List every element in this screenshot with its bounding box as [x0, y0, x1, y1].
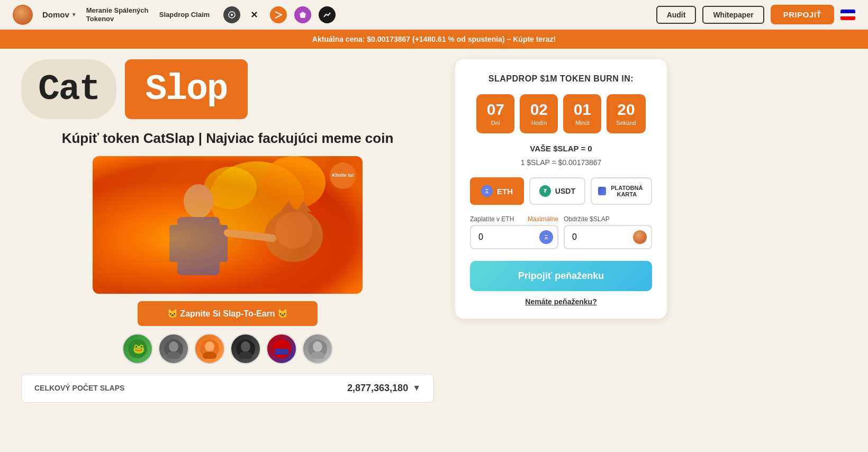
svg-rect-30 — [275, 346, 288, 349]
max-link[interactable]: Maximálne — [528, 215, 558, 223]
right-column: SLAPDROP $1M TOKEN BURN IN: 07 Dní 02 Ho… — [455, 59, 667, 403]
slop-text: Slop — [145, 69, 227, 110]
usdt-tab-label: USDT — [555, 187, 575, 195]
domov-nav[interactable]: Domov ▼ — [42, 10, 77, 19]
avatar-3[interactable] — [194, 333, 225, 364]
hours-label: Hodín — [529, 120, 548, 126]
ticker-text: Aktuálna cena: $0.00173867 (+1480.61 % o… — [312, 35, 556, 43]
eth-icon: Ξ — [481, 185, 493, 197]
card-tab-label: PLATOBNÁ KARTA — [609, 185, 645, 197]
slap-balance: VAŠE $SLAP = 0 — [470, 144, 652, 153]
avatar-5[interactable] — [266, 333, 297, 364]
avatar-6[interactable] — [302, 333, 333, 364]
widget-title: SLAPDROP $1M TOKEN BURN IN: — [470, 74, 652, 84]
zigzag-icon[interactable] — [270, 6, 287, 23]
cat-badge: Cat — [21, 59, 116, 119]
eth-tab[interactable]: Ξ ETH — [470, 177, 524, 205]
receive-slap-icon — [633, 230, 647, 244]
left-column: Cat Slop Kúpiť token CatSlap | Najviac f… — [21, 59, 434, 403]
domov-label: Domov — [42, 10, 69, 19]
pay-eth-icon: Ξ — [539, 230, 553, 244]
slaps-bar: CELKOVÝ POČET SLAPS 2,877,363,180 ▼ — [21, 374, 434, 403]
minutes-label: Minút — [573, 120, 592, 126]
chart-icon[interactable] — [319, 6, 336, 23]
meme-image: Klinite tu! — [93, 156, 363, 294]
chevron-down-icon: ▼ — [71, 12, 77, 17]
kliknite-badge[interactable]: Klinite tu! — [330, 162, 356, 189]
svg-marker-3 — [300, 12, 306, 18]
twitter-x-icon[interactable]: ✕ — [248, 7, 263, 22]
card-tab[interactable]: PLATOBNÁ KARTA — [591, 177, 652, 205]
hero-subtitle: Kúpiť token CatSlap | Najviac fackujúci … — [21, 130, 434, 148]
svg-point-23 — [205, 341, 214, 352]
usdt-tab[interactable]: ₮ USDT — [529, 177, 585, 205]
ticker-banner: Aktuálna cena: $0.00173867 (+1480.61 % o… — [0, 30, 868, 49]
main-content: Cat Slop Kúpiť token CatSlap | Najviac f… — [0, 49, 868, 413]
purchase-widget: SLAPDROP $1M TOKEN BURN IN: 07 Dní 02 Ho… — [455, 59, 667, 319]
pay-input-group: Zaplatíte v ETH Maximálne Ξ — [470, 215, 558, 249]
receive-input-group: Obdržíte $SLAP — [564, 215, 652, 249]
svg-text:🐸: 🐸 — [133, 343, 145, 355]
svg-text:✕: ✕ — [250, 10, 258, 20]
avatar-2[interactable] — [158, 333, 189, 364]
countdown-days: 07 Dní — [476, 94, 514, 133]
minutes-number: 01 — [573, 102, 592, 117]
language-flag[interactable] — [840, 10, 855, 20]
social-icons: ✕ — [223, 6, 336, 23]
pay-label-row: Zaplatíte v ETH Maximálne — [470, 215, 558, 223]
days-label: Dní — [486, 120, 505, 126]
audit-button[interactable]: Audit — [656, 6, 697, 24]
kliknite-label: Klinite tu! — [332, 173, 354, 178]
svg-point-26 — [241, 341, 250, 352]
days-number: 07 — [486, 102, 505, 117]
logo-area: Cat Slop — [21, 59, 434, 119]
navbar: Domov ▼ Meranie Spálených Tokenov Slapdr… — [0, 0, 868, 30]
receive-input-wrapper — [564, 225, 652, 249]
pay-label: Zaplatíte v ETH — [470, 215, 514, 223]
countdown-minutes: 01 Minút — [563, 94, 601, 133]
nav-right: Audit Whitepaper PRIPOJIŤ — [656, 5, 855, 24]
no-wallet-link[interactable]: Nemáte peňaženku? — [470, 297, 652, 306]
slop-badge: Slop — [125, 59, 247, 119]
seconds-number: 20 — [616, 102, 636, 117]
seconds-label: Sekúnd — [616, 120, 636, 126]
payment-tabs: Ξ ETH ₮ USDT PLATOBNÁ KARTA — [470, 177, 652, 205]
slaps-label: CELKOVÝ POČET SLAPS — [34, 384, 124, 392]
chevron-down-slaps-icon[interactable]: ▼ — [412, 383, 421, 393]
svg-point-1 — [231, 14, 233, 16]
usdt-icon: ₮ — [539, 185, 551, 197]
target-icon[interactable] — [223, 6, 240, 23]
svg-point-20 — [169, 341, 178, 352]
slaps-count: 2,877,363,180 — [347, 383, 408, 394]
receive-label: Obdržíte $SLAP — [564, 215, 610, 223]
site-logo[interactable] — [13, 5, 33, 25]
connect-wallet-button[interactable]: Pripojiť peňaženku — [470, 261, 652, 291]
inputs-row: Zaplatíte v ETH Maximálne Ξ Obdržíte $SL… — [470, 215, 652, 249]
cat-text: Cat — [38, 69, 100, 110]
countdown-seconds: 20 Sekúnd — [607, 94, 645, 133]
receive-label-row: Obdržíte $SLAP — [564, 215, 652, 223]
slapdrop-nav[interactable]: Slapdrop Claim — [159, 11, 210, 19]
slap-rate: 1 $SLAP = $0.00173867 — [470, 158, 652, 167]
card-icon — [598, 187, 606, 195]
meme-container: Klinite tu! — [93, 156, 363, 294]
avatar-4[interactable] — [230, 333, 261, 364]
countdown-hours: 02 Hodín — [520, 94, 558, 133]
pay-input-wrapper: Ξ — [470, 225, 558, 249]
pripojit-button[interactable]: PRIPOJIŤ — [771, 5, 834, 24]
avatar-1[interactable]: 🐸 — [122, 333, 153, 364]
slaps-right: 2,877,363,180 ▼ — [347, 383, 421, 394]
earn-button[interactable]: 🐱 Zapnite Si Slap-To-Earn 🐱 — [138, 301, 318, 326]
meranie-nav[interactable]: Meranie Spálených Tokenov — [86, 6, 150, 23]
gem-icon[interactable] — [294, 6, 311, 23]
svg-point-32 — [313, 341, 322, 352]
countdown: 07 Dní 02 Hodín 01 Minút 20 Sekúnd — [470, 94, 652, 133]
avatars-row: 🐸 — [21, 333, 434, 364]
eth-tab-label: ETH — [497, 187, 513, 196]
whitepaper-button[interactable]: Whitepaper — [702, 6, 764, 24]
hours-number: 02 — [529, 102, 548, 117]
